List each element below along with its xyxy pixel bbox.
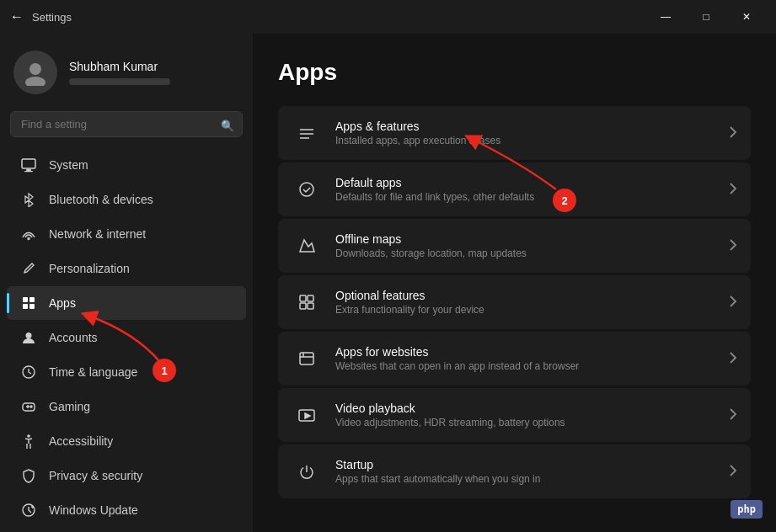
settings-desc-startup: Apps that start automatically when you s… [335,473,715,485]
chevron-right-icon [729,464,737,480]
close-button[interactable]: ✕ [727,3,766,30]
settings-item-startup[interactable]: StartupApps that start automatically whe… [278,444,751,498]
titlebar-left: ← Settings [10,9,646,24]
sidebar: Shubham Kumar 🔍 SystemBluetooth & device… [0,34,253,532]
search-container: 🔍 [0,111,253,147]
nav-label-privacy: Privacy & security [49,469,142,482]
settings-icon-video-playback [292,400,322,430]
nav-list: SystemBluetooth & devicesNetwork & inter… [0,147,253,528]
page-title: Apps [278,59,751,86]
nav-label-time: Time & language [49,365,137,379]
settings-item-video-playback[interactable]: Video playbackVideo adjustments, HDR str… [278,388,751,442]
svg-rect-24 [308,303,313,309]
sidebar-item-time[interactable]: Time & language [7,355,246,389]
minimize-button[interactable]: — [646,3,685,30]
avatar [13,51,57,94]
svg-point-5 [28,238,29,240]
settings-icon-offline-maps [292,231,322,261]
svg-rect-23 [300,303,306,309]
titlebar: ← Settings — □ ✕ [0,0,776,34]
settings-item-apps-websites[interactable]: Apps for websitesWebsites that can open … [278,332,751,386]
sidebar-item-personalization[interactable]: Personalization [7,252,246,285]
settings-item-optional-features[interactable]: Optional featuresExtra functionality for… [278,275,751,329]
svg-rect-25 [300,353,313,364]
chevron-right-icon [729,351,737,367]
svg-point-13 [30,406,32,407]
settings-text-apps-websites: Apps for websitesWebsites that can open … [335,345,715,372]
nav-icon-windows-update [20,502,37,519]
nav-icon-accounts [20,329,37,346]
settings-text-optional-features: Optional featuresExtra functionality for… [335,289,715,316]
svg-marker-20 [300,240,314,252]
settings-item-apps-features[interactable]: Apps & featuresInstalled apps, app execu… [278,106,751,160]
settings-text-default-apps: Default appsDefaults for file and link t… [335,176,715,203]
settings-desc-offline-maps: Downloads, storage location, map updates [335,247,715,259]
sidebar-item-gaming[interactable]: Gaming [7,390,246,423]
chevron-right-icon [729,238,737,254]
user-info: Shubham Kumar [69,60,170,85]
nav-label-system: System [49,158,88,172]
nav-icon-accessibility [20,433,37,450]
sidebar-item-system[interactable]: System [7,148,246,182]
nav-icon-time [20,364,37,380]
svg-rect-22 [308,295,313,301]
main-layout: Shubham Kumar 🔍 SystemBluetooth & device… [0,34,776,532]
settings-desc-apps-websites: Websites that can open in an app instead… [335,360,715,372]
nav-label-network: Network & internet [49,227,146,241]
settings-icon-default-apps [292,174,322,205]
svg-rect-3 [26,169,31,171]
settings-desc-video-playback: Video adjustments, HDR streaming, batter… [335,417,715,428]
back-button[interactable]: ← [10,9,24,24]
maximize-button[interactable]: □ [687,3,725,30]
nav-label-apps: Apps [49,296,76,310]
svg-point-19 [300,183,313,196]
settings-item-default-apps[interactable]: Default appsDefaults for file and link t… [278,162,751,216]
nav-icon-network [20,226,37,242]
php-badge: php [731,500,763,519]
settings-icon-startup [292,456,322,487]
nav-icon-bluetooth [20,191,37,208]
nav-label-windows-update: Windows Update [49,503,138,517]
nav-icon-personalization [20,260,37,277]
svg-rect-8 [23,304,28,309]
svg-rect-7 [29,297,35,302]
sidebar-item-privacy[interactable]: Privacy & security [7,459,246,492]
settings-title-video-playback: Video playback [335,402,715,415]
settings-title-default-apps: Default apps [335,176,715,189]
user-profile[interactable]: Shubham Kumar [0,40,253,111]
user-bar [69,78,170,85]
svg-rect-21 [300,295,306,301]
settings-text-offline-maps: Offline mapsDownloads, storage location,… [335,232,715,259]
svg-rect-2 [22,159,35,168]
settings-item-offline-maps[interactable]: Offline mapsDownloads, storage location,… [278,219,751,273]
nav-icon-gaming [20,398,37,415]
search-icon: 🔍 [221,119,234,131]
nav-label-gaming: Gaming [49,400,90,413]
nav-label-accounts: Accounts [49,331,98,344]
svg-rect-9 [29,304,35,309]
sidebar-item-apps[interactable]: Apps [7,286,246,320]
settings-desc-default-apps: Defaults for file and link types, other … [335,191,715,203]
svg-point-14 [27,434,30,438]
settings-icon-apps-features [292,118,322,148]
settings-text-apps-features: Apps & featuresInstalled apps, app execu… [335,120,715,146]
svg-rect-6 [23,297,28,302]
chevron-right-icon [729,125,737,141]
sidebar-item-network[interactable]: Network & internet [7,217,246,251]
chevron-right-icon [729,295,737,311]
nav-label-accessibility: Accessibility [49,434,113,448]
nav-label-personalization: Personalization [49,262,130,275]
settings-icon-apps-websites [292,343,322,374]
settings-list: Apps & featuresInstalled apps, app execu… [278,106,751,498]
sidebar-item-accounts[interactable]: Accounts [7,321,246,354]
sidebar-item-windows-update[interactable]: Windows Update [7,493,246,527]
sidebar-item-accessibility[interactable]: Accessibility [7,424,246,458]
chevron-right-icon [729,407,737,423]
sidebar-item-bluetooth[interactable]: Bluetooth & devices [7,183,246,216]
settings-title-apps-features: Apps & features [335,120,715,133]
settings-text-startup: StartupApps that start automatically whe… [335,458,715,485]
titlebar-title: Settings [32,11,72,24]
settings-text-video-playback: Video playbackVideo adjustments, HDR str… [335,402,715,428]
search-input[interactable] [10,111,243,137]
settings-desc-optional-features: Extra functionality for your device [335,304,715,316]
